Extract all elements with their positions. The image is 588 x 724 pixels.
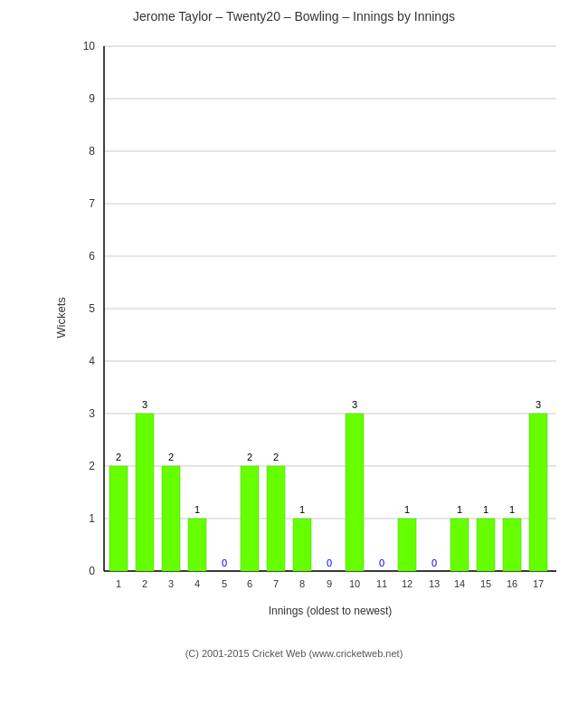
svg-text:6: 6 <box>89 250 95 262</box>
svg-text:8: 8 <box>299 578 305 589</box>
svg-text:0: 0 <box>379 557 384 568</box>
svg-text:1: 1 <box>194 504 200 515</box>
svg-text:0: 0 <box>89 565 95 577</box>
chart-area: 0 1 2 3 4 5 6 7 8 9 10 Wickets 2 1 3 2 2 <box>54 28 579 643</box>
svg-text:3: 3 <box>89 407 95 420</box>
bar-4 <box>188 519 206 571</box>
svg-text:10: 10 <box>83 40 96 52</box>
svg-text:3: 3 <box>536 399 541 410</box>
footer-text: (C) 2001-2015 Cricket Web (www.cricketwe… <box>185 648 403 659</box>
svg-text:4: 4 <box>194 578 200 589</box>
svg-text:4: 4 <box>89 355 95 367</box>
chart-container: Jerome Taylor – Twenty20 – Bowling – Inn… <box>0 0 588 724</box>
svg-text:8: 8 <box>89 145 95 157</box>
bar-15 <box>477 519 495 571</box>
bar-8 <box>293 519 311 571</box>
svg-text:6: 6 <box>247 578 252 589</box>
bar-7 <box>267 466 285 571</box>
svg-text:0: 0 <box>327 557 332 568</box>
svg-text:2: 2 <box>89 460 95 472</box>
svg-text:5: 5 <box>222 578 227 589</box>
svg-text:11: 11 <box>376 578 387 589</box>
svg-text:7: 7 <box>89 197 95 210</box>
bar-16 <box>503 519 521 571</box>
svg-text:3: 3 <box>352 399 357 410</box>
bar-6 <box>241 466 259 571</box>
svg-text:0: 0 <box>432 557 437 568</box>
svg-text:7: 7 <box>273 578 279 589</box>
svg-text:9: 9 <box>89 92 95 105</box>
svg-text:14: 14 <box>454 578 465 589</box>
svg-text:2: 2 <box>273 452 279 462</box>
svg-text:2: 2 <box>142 578 147 589</box>
svg-text:13: 13 <box>429 578 440 589</box>
svg-text:15: 15 <box>480 578 491 589</box>
svg-text:Wickets: Wickets <box>54 297 68 338</box>
bar-chart: 0 1 2 3 4 5 6 7 8 9 10 Wickets 2 1 3 2 2 <box>54 28 579 643</box>
svg-text:1: 1 <box>483 504 488 515</box>
svg-text:3: 3 <box>168 578 174 589</box>
svg-text:1: 1 <box>116 578 121 589</box>
svg-text:5: 5 <box>89 302 95 315</box>
bar-10 <box>346 414 364 571</box>
svg-text:16: 16 <box>507 578 517 589</box>
svg-text:1: 1 <box>509 504 515 515</box>
svg-text:0: 0 <box>222 557 227 568</box>
svg-text:3: 3 <box>142 399 147 410</box>
bar-1 <box>109 466 128 571</box>
svg-text:10: 10 <box>349 578 360 589</box>
svg-text:2: 2 <box>116 452 121 462</box>
bar-14 <box>450 519 469 571</box>
svg-text:Innings (oldest to newest): Innings (oldest to newest) <box>269 605 393 617</box>
chart-title: Jerome Taylor – Twenty20 – Bowling – Inn… <box>133 9 455 24</box>
bar-17 <box>529 414 547 571</box>
svg-text:17: 17 <box>533 578 544 589</box>
svg-text:1: 1 <box>299 504 305 515</box>
svg-text:1: 1 <box>89 512 95 525</box>
svg-text:1: 1 <box>404 504 410 515</box>
bar-2 <box>136 414 154 571</box>
svg-text:9: 9 <box>327 578 332 589</box>
svg-text:2: 2 <box>168 452 174 462</box>
svg-text:2: 2 <box>247 452 252 462</box>
svg-text:12: 12 <box>402 578 413 589</box>
bar-3 <box>162 466 180 571</box>
bar-12 <box>398 519 416 571</box>
svg-text:1: 1 <box>457 504 462 515</box>
